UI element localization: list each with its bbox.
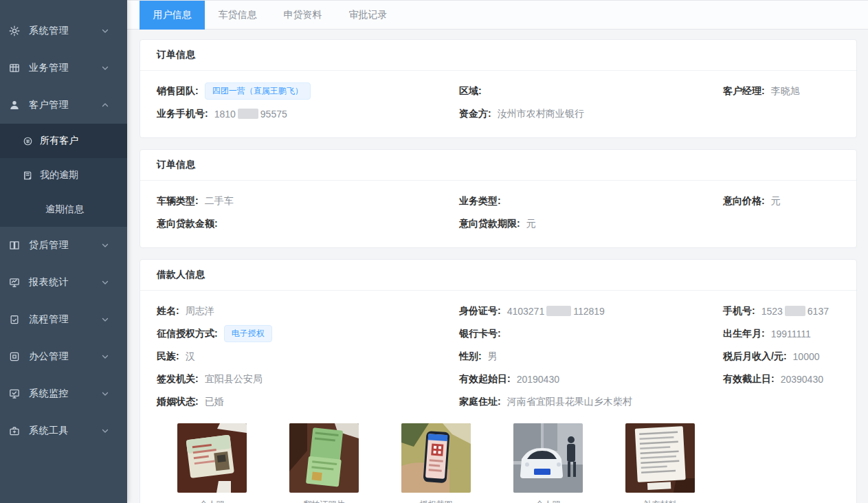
- credit-auth-chip[interactable]: 电子授权: [224, 325, 272, 342]
- field-credit-auth-method: 征信授权方式: 电子授权: [157, 325, 459, 342]
- sales-team-chip[interactable]: 四团一营（直属王鹏飞）: [205, 82, 311, 100]
- field-label: 婚姻状态:: [157, 396, 199, 408]
- sidebar: 系统管理 业务管理 客户管理 所有客户 我的逾期 逾期信息 贷后管理 报表统计: [0, 0, 127, 503]
- sidebar-item-my-overdue[interactable]: 我的逾期: [0, 158, 127, 192]
- sidebar-item-workflow-mgmt[interactable]: 流程管理: [0, 301, 127, 338]
- grid-icon: [9, 63, 20, 74]
- document-photo-list: 个人照: [157, 413, 840, 503]
- field-business-phone: 业务手机号: 181095575: [157, 108, 459, 120]
- field-value: 181095575: [214, 109, 287, 120]
- chevron-down-icon: [101, 390, 109, 398]
- field-account-manager: 客户经理: 李晓旭: [723, 85, 840, 98]
- photo-caption: 翻拍证照片: [304, 499, 345, 503]
- field-label: 家庭住址:: [459, 396, 501, 408]
- card-title: 借款人信息: [140, 260, 856, 291]
- open-book-icon: [9, 240, 20, 251]
- field-value: 10000: [793, 351, 820, 362]
- sidebar-item-system-monitor[interactable]: 系统监控: [0, 375, 127, 412]
- sidebar-item-all-customers[interactable]: 所有客户: [0, 124, 127, 158]
- field-label: 性别:: [459, 350, 482, 363]
- field-value: 汉: [186, 350, 195, 363]
- field-label: 意向价格:: [723, 195, 765, 208]
- field-value: 二手车: [205, 195, 234, 208]
- chevron-down-icon: [101, 27, 109, 35]
- field-label: 车辆类型:: [157, 195, 199, 208]
- field-value: 已婚: [205, 396, 224, 408]
- field-label: 税后月收入/元:: [723, 350, 787, 363]
- sidebar-item-report-stats[interactable]: 报表统计: [0, 264, 127, 301]
- toolbox-icon: [9, 425, 20, 436]
- car-photo-thumbnail: [513, 423, 583, 493]
- chevron-down-icon: [101, 64, 109, 72]
- main-content: 用户信息 车贷信息 申贷资料 审批记录 订单信息 销售团队: 四团一营（直属王鹏…: [127, 0, 868, 503]
- field-valid-from: 有效起始日: 20190430: [459, 373, 723, 385]
- field-business-type: 业务类型:: [459, 195, 723, 208]
- photo-caption: 个人照: [536, 499, 561, 503]
- tab-car-loan-info[interactable]: 车贷信息: [205, 1, 270, 30]
- photo-id-card[interactable]: 个人照: [177, 423, 247, 503]
- clipboard-check-icon: [9, 314, 20, 325]
- field-home-address: 家庭住址: 河南省宜阳县花果山乡木柴村: [459, 396, 723, 408]
- sidebar-item-overdue-info[interactable]: 逾期信息: [0, 192, 127, 227]
- sidebar-item-business-mgmt[interactable]: 业务管理: [0, 49, 127, 87]
- field-value: 20190430: [517, 374, 559, 385]
- paper-document-photo-thumbnail: [625, 423, 695, 493]
- tab-panel-user-info: 订单信息 销售团队: 四团一营（直属王鹏飞） 区域: 客户经理: 李晓旭: [127, 30, 868, 503]
- field-intent-loan-term: 意向贷款期限: 元: [459, 218, 723, 230]
- gear-icon: [9, 25, 20, 36]
- field-label: 区域:: [459, 85, 482, 98]
- card-title: 订单信息: [140, 150, 856, 181]
- field-label: 意向贷款金额:: [157, 218, 218, 230]
- field-name: 姓名: 周志洋: [157, 305, 459, 317]
- photo-caption: 个人照: [200, 499, 225, 503]
- photo-green-booklet[interactable]: 翻拍证照片: [289, 423, 359, 503]
- sidebar-item-label: 系统管理: [29, 25, 69, 37]
- sidebar-item-customer-mgmt[interactable]: 客户管理: [0, 87, 127, 124]
- field-bank-card: 银行卡号:: [459, 328, 723, 340]
- sidebar-item-label: 系统监控: [29, 388, 69, 400]
- photo-person-with-car[interactable]: 个人照: [513, 423, 583, 503]
- sidebar-item-postloan-mgmt[interactable]: 贷后管理: [0, 227, 127, 264]
- field-value: 元: [771, 195, 781, 208]
- order-info-card-1: 订单信息 销售团队: 四团一营（直属王鹏飞） 区域: 客户经理: 李晓旭: [140, 39, 857, 138]
- order-info-card-2: 订单信息 车辆类型: 二手车 业务类型: 意向价格: 元: [140, 149, 857, 248]
- field-intent-price: 意向价格: 元: [723, 195, 840, 208]
- book-icon: [23, 170, 33, 181]
- redaction-mask: [785, 306, 805, 316]
- field-label: 手机号:: [723, 305, 755, 317]
- sidebar-item-label: 贷后管理: [29, 239, 69, 252]
- field-value: 汝州市农村商业银行: [498, 108, 584, 120]
- photo-paper-document[interactable]: 补充材料: [625, 423, 695, 503]
- field-label: 身份证号:: [459, 305, 501, 317]
- field-label: 民族:: [157, 350, 179, 363]
- sidebar-item-system-tools[interactable]: 系统工具: [0, 412, 127, 449]
- field-value: 周志洋: [186, 305, 214, 317]
- photo-auth-screenshot[interactable]: 授权截图: [401, 423, 471, 503]
- field-gender: 性别: 男: [459, 350, 723, 363]
- chevron-down-icon: [101, 278, 109, 287]
- field-value: 15236137: [761, 306, 829, 317]
- chevron-down-icon: [101, 427, 109, 435]
- field-label: 有效起始日:: [459, 373, 511, 385]
- sidebar-item-label: 办公管理: [29, 350, 69, 363]
- tab-user-info[interactable]: 用户信息: [140, 1, 205, 30]
- field-id-number: 身份证号: 4103271112819: [459, 305, 723, 317]
- card-title: 订单信息: [140, 40, 856, 71]
- redaction-mask: [546, 306, 571, 316]
- sidebar-item-system-mgmt[interactable]: 系统管理: [0, 12, 127, 49]
- sidebar-item-office-mgmt[interactable]: 办公管理: [0, 338, 127, 375]
- field-label: 征信授权方式:: [157, 328, 218, 340]
- sidebar-item-label: 业务管理: [29, 62, 69, 74]
- field-label: 销售团队:: [157, 85, 199, 98]
- field-label: 业务手机号:: [157, 108, 208, 120]
- field-value: 20390430: [781, 374, 823, 385]
- field-value: 男: [488, 350, 498, 363]
- tab-approval-records[interactable]: 审批记录: [335, 1, 401, 30]
- tab-loan-application-docs[interactable]: 申贷资料: [270, 1, 335, 30]
- sidebar-item-label: 我的逾期: [40, 169, 78, 181]
- field-issuing-authority: 签发机关: 宜阳县公安局: [157, 373, 459, 385]
- phone-qr-photo-thumbnail: [401, 423, 471, 493]
- field-value: 宜阳县公安局: [205, 373, 263, 385]
- field-funder: 资金方: 汝州市农村商业银行: [459, 108, 723, 120]
- sidebar-item-label: 报表统计: [29, 276, 69, 289]
